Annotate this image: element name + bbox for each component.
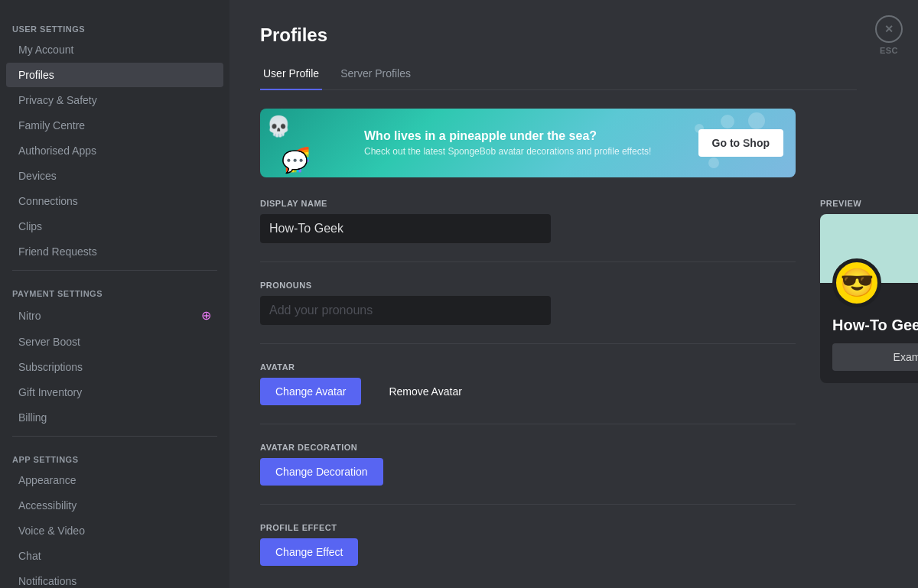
profile-effect-section: PROFILE EFFECT Change Effect (260, 523, 796, 584)
esc-button[interactable]: ✕ (875, 15, 903, 43)
remove-avatar-button[interactable]: Remove Avatar (373, 378, 477, 405)
esc-label: ESC (880, 46, 898, 55)
payment-settings-label: PAYMENT SETTINGS (0, 277, 230, 301)
preview-column: PREVIEW 😎 How-To Geek Exa (820, 199, 918, 588)
change-avatar-button[interactable]: Change Avatar (260, 378, 361, 405)
sidebar-item-accessibility[interactable]: Accessibility (6, 493, 223, 518)
nitro-icon: ⊕ (201, 308, 211, 323)
display-name-section: DISPLAY NAME How-To Geek (260, 199, 796, 262)
preview-banner: 😎 (820, 214, 918, 283)
avatar: 😎 (832, 258, 881, 307)
pronouns-section: PRONOUNS (260, 281, 796, 344)
preview-card: 😎 How-To Geek Example Button (820, 214, 918, 383)
preview-avatar-wrapper: 😎 (832, 258, 881, 307)
sidebar-item-voice-video[interactable]: Voice & Video (6, 518, 223, 543)
sidebar: USER SETTINGS My Account Profiles Privac… (0, 0, 230, 588)
tab-server-profiles[interactable]: Server Profiles (337, 61, 414, 90)
bubble-4 (744, 139, 750, 145)
avatar-decoration-section: AVATAR DECORATION Change Decoration (260, 443, 796, 505)
sidebar-item-profiles[interactable]: Profiles (6, 63, 223, 87)
sidebar-item-family-centre[interactable]: Family Centre (6, 113, 223, 138)
sidebar-item-appearance[interactable]: Appearance (6, 468, 223, 492)
sidebar-item-server-boost[interactable]: Server Boost (6, 330, 223, 354)
avatar-decoration-label: AVATAR DECORATION (260, 443, 796, 452)
divider-2 (12, 436, 217, 437)
sidebar-item-authorised-apps[interactable]: Authorised Apps (6, 138, 223, 163)
content-with-preview: DISPLAY NAME How-To Geek PRONOUNS AVATAR… (260, 199, 857, 588)
app-settings-label: APP SETTINGS (0, 443, 230, 467)
sidebar-item-billing[interactable]: Billing (6, 405, 223, 430)
example-button[interactable]: Example Button (832, 343, 918, 371)
sidebar-item-subscriptions[interactable]: Subscriptions (6, 355, 223, 379)
sidebar-item-devices[interactable]: Devices (6, 164, 223, 188)
main-inner: Profiles User Profile Server Profiles 💀 … (230, 0, 887, 588)
avatar-label: AVATAR (260, 362, 796, 372)
sidebar-item-gift-inventory[interactable]: Gift Inventory (6, 380, 223, 404)
promo-subtitle: Check out the latest SpongeBob avatar de… (364, 146, 686, 157)
sidebar-item-chat[interactable]: Chat (6, 544, 223, 568)
bubble-3 (748, 112, 765, 129)
sidebar-item-privacy-safety[interactable]: Privacy & Safety (6, 88, 223, 112)
sidebar-item-connections[interactable]: Connections (6, 189, 223, 213)
preview-username: How-To Geek (832, 317, 918, 334)
promo-banner: 💀 🌈 💬 Who lives in a pineapple under the… (260, 109, 796, 177)
promo-decoration-left: 💀 🌈 💬 (260, 109, 352, 177)
sidebar-item-notifications[interactable]: Notifications (6, 569, 223, 588)
profile-effect-label: PROFILE EFFECT (260, 523, 796, 532)
user-settings-label: USER SETTINGS (0, 12, 230, 37)
page-title: Profiles (260, 24, 857, 46)
sidebar-item-my-account[interactable]: My Account (6, 37, 223, 62)
promo-title: Who lives in a pineapple under the sea? (364, 129, 686, 143)
avatar-section: AVATAR Change Avatar Remove Avatar (260, 362, 796, 424)
sidebar-item-clips[interactable]: Clips (6, 214, 223, 239)
skull-decoration: 💀 (266, 115, 291, 138)
avatar-actions: Change Avatar Remove Avatar (260, 378, 796, 405)
pronouns-label: PRONOUNS (260, 281, 796, 290)
bubble-1 (721, 115, 734, 128)
tabs: User Profile Server Profiles (260, 61, 857, 90)
divider-1 (12, 270, 217, 271)
discord-logo-decoration: 💬 (282, 149, 308, 174)
change-effect-button[interactable]: Change Effect (260, 538, 358, 566)
bubble-5 (708, 158, 719, 168)
sidebar-item-nitro[interactable]: Nitro ⊕ (6, 302, 223, 329)
display-name-label: DISPLAY NAME (260, 199, 796, 208)
change-decoration-button[interactable]: Change Decoration (260, 458, 383, 486)
preview-label: PREVIEW (820, 199, 918, 208)
bubble-2 (695, 124, 704, 133)
sidebar-item-friend-requests[interactable]: Friend Requests (6, 239, 223, 264)
pronouns-input[interactable] (260, 296, 551, 325)
display-name-input[interactable]: How-To Geek (260, 214, 551, 243)
promo-content: Who lives in a pineapple under the sea? … (352, 120, 698, 166)
go-to-shop-button[interactable]: Go to Shop (698, 129, 783, 157)
form-column: DISPLAY NAME How-To Geek PRONOUNS AVATAR… (260, 199, 796, 588)
tab-user-profile[interactable]: User Profile (260, 61, 322, 90)
esc-button-wrapper: ✕ ESC (875, 15, 903, 55)
main-content: ✕ ESC Profiles User Profile Server Profi… (230, 0, 918, 588)
